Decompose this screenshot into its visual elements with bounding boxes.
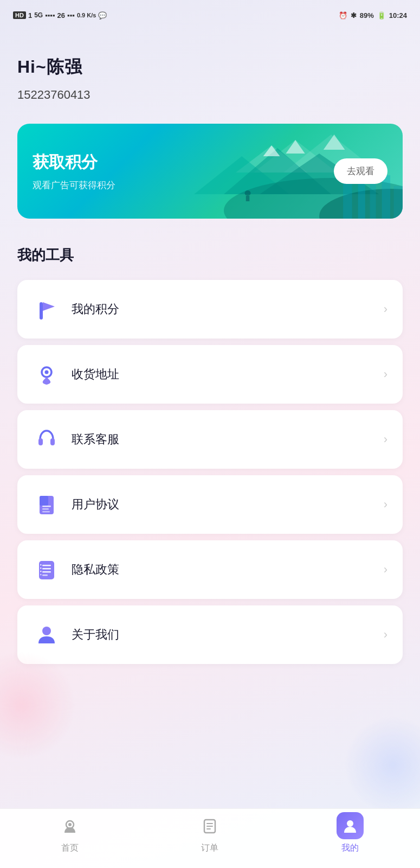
svg-rect-29 (42, 511, 50, 513)
about-icon-wrap (33, 621, 61, 649)
battery-percent: 89% (360, 11, 374, 20)
svg-point-17 (244, 190, 250, 196)
svg-rect-33 (42, 571, 51, 573)
tool-item-service[interactable]: 联系客服 › (17, 410, 403, 469)
points-label: 我的积分 (72, 301, 384, 317)
agreement-arrow: › (384, 497, 387, 512)
points-arrow: › (384, 302, 387, 316)
location-icon (35, 363, 58, 386)
svg-rect-31 (42, 565, 51, 566)
banner-title: 获取积分 (33, 151, 334, 174)
network-5g: 5G (34, 11, 43, 19)
tool-list: 我的积分 › 收货地址 › (17, 280, 403, 664)
svg-rect-9 (343, 178, 352, 219)
svg-rect-32 (42, 568, 51, 570)
svg-marker-20 (43, 302, 55, 311)
wechat-icon: 💬 (98, 11, 107, 20)
svg-rect-35 (40, 564, 42, 566)
svg-rect-43 (206, 823, 213, 824)
svg-point-46 (347, 820, 353, 827)
user-greeting: Hi~陈强 (17, 55, 403, 79)
home-nav-icon-wrap (56, 812, 83, 839)
svg-rect-24 (50, 438, 55, 445)
svg-rect-38 (40, 574, 42, 576)
battery-icon: 🔋 (377, 11, 386, 20)
bottom-navigation: 首页 订单 我的 (0, 808, 420, 868)
time-display: 10:24 (389, 11, 407, 20)
points-icon-wrap (33, 295, 61, 323)
svg-rect-18 (246, 196, 250, 201)
svg-point-22 (45, 371, 49, 374)
privacy-icon-wrap (33, 556, 61, 584)
tool-item-points[interactable]: 我的积分 › (17, 280, 403, 339)
privacy-label: 隐私政策 (72, 561, 384, 578)
home-nav-label: 首页 (61, 843, 79, 854)
svg-rect-30 (39, 561, 54, 579)
document-icon (35, 493, 58, 516)
svg-rect-28 (42, 508, 49, 510)
service-label: 联系客服 (72, 431, 384, 448)
hd-indicator: HD (13, 11, 26, 19)
svg-rect-26 (40, 496, 48, 506)
agreement-icon-wrap (33, 490, 61, 519)
service-icon-wrap (33, 425, 61, 454)
person-icon (35, 623, 58, 646)
svg-rect-12 (382, 175, 390, 219)
alarm-icon: ⏰ (339, 11, 347, 20)
nav-item-mine[interactable]: 我的 (280, 812, 420, 854)
svg-rect-36 (40, 567, 42, 569)
order-nav-label: 订单 (201, 843, 218, 854)
status-bar: HD 1 5G ▪▪▪▪ 26 ▪▪▪ 0.9 K/s 💬 ⏰ ✱ 89% 🔋 … (0, 0, 420, 28)
svg-point-39 (42, 627, 51, 635)
about-label: 关于我们 (72, 627, 384, 643)
about-arrow: › (384, 628, 387, 642)
svg-rect-19 (40, 302, 43, 320)
tool-item-privacy[interactable]: 隐私政策 › (17, 540, 403, 599)
address-arrow: › (384, 367, 387, 381)
banner-text: 获取积分 观看广告可获得积分 (33, 151, 334, 192)
headphone-icon (35, 428, 58, 451)
signal-bars: ▪▪▪▪ (45, 11, 55, 20)
network-26: 26 (57, 11, 65, 20)
agreement-label: 用户协议 (72, 496, 384, 513)
ad-banner[interactable]: 获取积分 观看广告可获得积分 去观看 (17, 124, 403, 219)
address-label: 收货地址 (72, 366, 384, 382)
banner-subtitle: 观看广告可获得积分 (33, 179, 334, 192)
status-right: ⏰ ✱ 89% 🔋 10:24 (339, 11, 407, 20)
mine-nav-label: 我的 (341, 843, 359, 854)
svg-rect-23 (38, 438, 43, 445)
banner-watch-button[interactable]: 去观看 (334, 158, 387, 184)
order-nav-icon (202, 818, 218, 834)
list-icon (35, 558, 58, 581)
service-arrow: › (384, 432, 387, 446)
tool-item-agreement[interactable]: 用户协议 › (17, 475, 403, 534)
svg-point-41 (68, 823, 72, 826)
tool-item-about[interactable]: 关于我们 › (17, 605, 403, 664)
address-icon-wrap (33, 360, 61, 388)
mine-nav-icon (342, 818, 358, 834)
order-nav-icon-wrap (196, 812, 223, 839)
speed-indicator: 0.9 K/s (77, 12, 96, 18)
flag-icon (35, 298, 58, 321)
nav-item-home[interactable]: 首页 (0, 812, 140, 854)
nav-item-order[interactable]: 订单 (140, 812, 280, 854)
privacy-arrow: › (384, 563, 387, 577)
svg-rect-37 (40, 571, 42, 572)
svg-rect-13 (393, 186, 403, 219)
svg-rect-11 (370, 183, 376, 219)
bluetooth-icon: ✱ (351, 11, 357, 20)
mine-nav-icon-wrap (337, 812, 364, 839)
signal-bars-2: ▪▪▪ (67, 11, 75, 20)
status-left: HD 1 5G ▪▪▪▪ 26 ▪▪▪ 0.9 K/s 💬 (13, 11, 107, 20)
tool-item-address[interactable]: 收货地址 › (17, 345, 403, 404)
home-nav-icon (62, 818, 78, 834)
svg-rect-45 (206, 828, 211, 829)
svg-rect-34 (42, 575, 48, 576)
svg-rect-27 (42, 506, 51, 507)
sim-indicator: 1 (28, 11, 32, 20)
user-phone: 15223760413 (17, 88, 403, 102)
tools-section-title: 我的工具 (17, 246, 403, 265)
svg-rect-44 (206, 826, 213, 827)
